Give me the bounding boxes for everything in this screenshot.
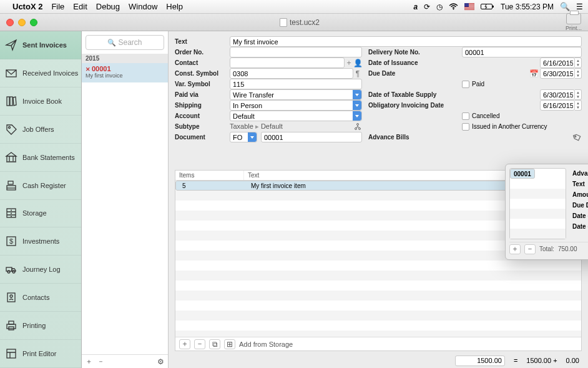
hierarchy-icon[interactable] <box>353 122 362 131</box>
popover-remove-button[interactable]: － <box>524 244 536 254</box>
clock-icon: ◷ <box>436 2 443 11</box>
drawers-icon <box>5 207 17 219</box>
svg-point-0 <box>453 9 454 10</box>
order-no-input[interactable] <box>230 47 362 57</box>
label-text: Text <box>175 38 230 45</box>
sidebar-item-printing[interactable]: Printing <box>0 312 81 340</box>
add-contact-icon[interactable]: ＋ <box>345 59 353 67</box>
minimize-window-button[interactable] <box>18 19 26 26</box>
wifi-icon <box>449 3 458 10</box>
svg-rect-2 <box>464 3 469 7</box>
label-document: Document <box>175 134 230 141</box>
calendar-icon[interactable]: 📅 <box>529 69 538 78</box>
sidebar-item-investments[interactable]: $ Investments <box>0 227 81 256</box>
sidebar-item-journey-log[interactable]: Journey Log <box>0 256 81 284</box>
sidebar-label: Sent Invoices <box>22 41 67 49</box>
sidebar-item-sent-invoices[interactable]: Sent Invoices <box>0 31 81 59</box>
app-name[interactable]: UctoX 2 <box>12 2 42 11</box>
menu-file[interactable]: File <box>51 2 64 11</box>
sidebar-item-bank-statements[interactable]: Bank Statements <box>0 144 81 172</box>
total-input[interactable] <box>455 356 505 366</box>
flag-icon <box>464 3 474 10</box>
const-symbol-input[interactable] <box>230 68 353 79</box>
window-title: test.ucx2 <box>37 18 562 27</box>
sidebar-item-received-invoices[interactable]: Received Invoices <box>0 59 81 87</box>
text-input[interactable] <box>230 36 582 47</box>
shipping-select[interactable]: In Person <box>230 100 362 111</box>
date-taxable-input[interactable] <box>540 89 575 100</box>
menu-edit[interactable]: Edit <box>73 2 87 11</box>
menu-window[interactable]: Window <box>129 2 157 11</box>
close-window-button[interactable] <box>6 19 14 26</box>
due-date-input[interactable] <box>540 68 575 79</box>
search-input[interactable]: 🔍 Search <box>86 35 164 50</box>
date-stepper[interactable]: ▲▼ <box>575 89 582 100</box>
person-icon[interactable]: 👤 <box>353 59 362 67</box>
add-invoice-button[interactable]: ＋ <box>86 357 92 366</box>
sidebar-item-cash-register[interactable]: Cash Register <box>0 172 81 200</box>
menu-help[interactable]: Help <box>166 2 183 11</box>
label-contact: Contact <box>175 59 230 66</box>
delivery-note-input[interactable] <box>462 47 582 57</box>
obligatory-date-input[interactable] <box>540 100 575 111</box>
spotlight-icon[interactable]: 🔍 <box>560 2 570 11</box>
zoom-window-button[interactable] <box>30 19 37 26</box>
remove-invoice-button[interactable]: － <box>97 357 104 366</box>
menubar-clock[interactable]: Tue 3:55:23 PM <box>501 2 554 11</box>
paid-checkbox[interactable] <box>462 81 469 88</box>
svg-rect-28 <box>7 349 16 358</box>
sidebar-item-contacts[interactable]: Contacts <box>0 284 81 312</box>
grid-button[interactable]: ⊞ <box>224 339 235 349</box>
settings-button[interactable]: ⚙ <box>157 357 164 366</box>
account-select[interactable]: Default <box>230 111 362 121</box>
date-issuance-input[interactable] <box>540 57 575 68</box>
doc-kind-select[interactable]: FO <box>230 132 257 142</box>
cash-register-icon <box>5 179 17 192</box>
cancelled-checkbox[interactable] <box>462 112 469 120</box>
sidebar-item-invoice-book[interactable]: Invoice Book <box>0 87 81 116</box>
equals-sign: = <box>514 357 517 364</box>
paragraph-icon[interactable]: ¶ <box>353 69 362 78</box>
label-paid-via: Paid via <box>175 91 230 98</box>
popover-add-button[interactable]: ＋ <box>509 244 521 254</box>
label-ab-number: Advance Bill Number <box>572 170 588 177</box>
invoice-list-row[interactable]: 00001 My first invoice <box>82 63 168 82</box>
contact-input[interactable] <box>230 57 345 68</box>
label-obligatory: Obligatory Invoicing Date <box>368 102 462 109</box>
col-items[interactable]: Items <box>175 171 244 180</box>
foreign-currency-checkbox[interactable] <box>462 123 469 131</box>
doc-num-input[interactable] <box>261 132 362 142</box>
sidebar-item-storage[interactable]: Storage <box>0 200 81 228</box>
menu-debug[interactable]: Debug <box>96 2 120 11</box>
var-symbol-input[interactable] <box>230 79 362 89</box>
date-stepper[interactable]: ▲▼ <box>575 68 582 79</box>
subtype-breadcrumb[interactable]: Taxable▸Default <box>230 122 283 131</box>
add-from-storage-button[interactable]: Add from Storage <box>239 341 293 348</box>
label-paid: Paid <box>472 81 484 87</box>
svg-point-22 <box>12 271 15 273</box>
remove-item-button[interactable]: － <box>194 339 205 349</box>
invoice-list-pane: 🔍 Search 2015 00001 My first invoice ＋ －… <box>82 31 169 368</box>
total-extra: 0.00 <box>566 357 579 364</box>
date-stepper[interactable]: ▲▼ <box>575 100 582 111</box>
menu-icon[interactable]: ☰ <box>576 2 583 11</box>
bank-icon <box>5 151 17 164</box>
popover-list-item[interactable]: 00001 <box>510 169 535 179</box>
traffic-lights[interactable] <box>0 19 37 26</box>
sidebar-label: Printing <box>22 322 46 329</box>
label-order-no: Order No. <box>175 49 230 56</box>
duplicate-item-button[interactable]: ⧉ <box>209 339 220 349</box>
label-account: Account <box>175 112 230 119</box>
add-item-button[interactable]: ＋ <box>179 339 190 349</box>
svg-point-24 <box>10 295 12 297</box>
svg-rect-3 <box>464 7 474 7</box>
sidebar-item-job-offers[interactable]: Job Offers <box>0 116 81 144</box>
chevron-down-icon <box>353 90 361 99</box>
date-stepper[interactable]: ▲▼ <box>575 57 582 68</box>
chevron-down-icon <box>353 111 361 121</box>
print-button[interactable]: Print... <box>562 13 586 31</box>
tag-icon[interactable] <box>572 132 583 143</box>
sidebar-item-print-editor[interactable]: Print Editor <box>0 340 81 368</box>
paid-via-select[interactable]: Wire Transfer <box>230 89 362 100</box>
label-shipping: Shipping <box>175 102 230 109</box>
